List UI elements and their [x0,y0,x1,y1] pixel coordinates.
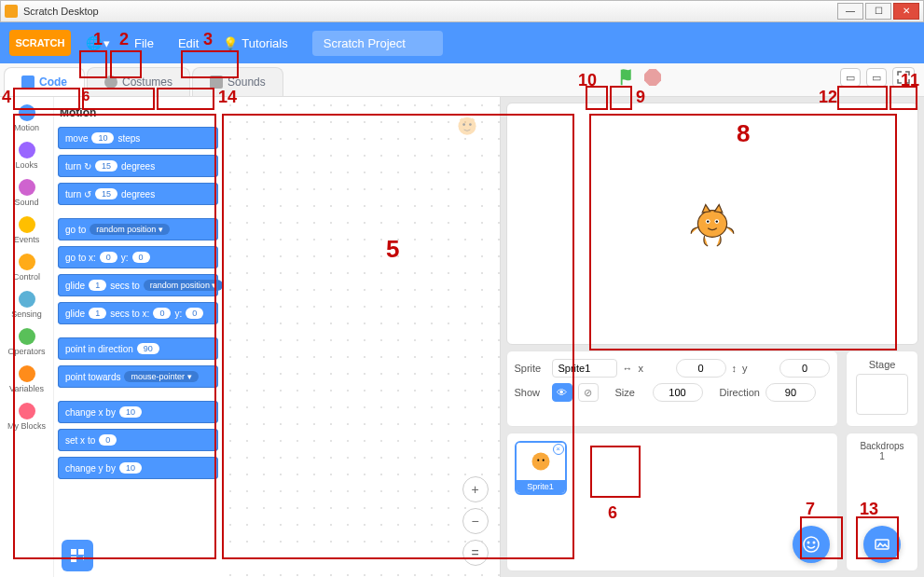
tutorials-label: Tutorials [241,36,287,50]
window-minimize-button[interactable]: — [837,3,863,20]
category-control[interactable]: Control [4,250,50,285]
globe-icon [86,36,103,50]
add-sprite-button[interactable] [793,526,830,563]
language-menu[interactable]: ▾ [76,30,119,56]
block-point-towards[interactable]: point towardsmouse-pointer ▾ [58,365,218,388]
tab-sounds[interactable]: Sounds [192,67,283,96]
block-set-x[interactable]: set x to0 [58,429,218,451]
block-move-steps[interactable]: move10steps [58,127,218,149]
stage-small-button[interactable]: ▭ [840,68,861,87]
block-goto-random[interactable]: go torandom position ▾ [58,218,218,240]
sprite-on-stage[interactable] [684,196,740,252]
svg-point-5 [462,123,465,126]
sprite-direction-input[interactable] [765,383,816,402]
show-hidden-button[interactable]: ⊘ [578,383,599,402]
category-myblocks[interactable]: My Blocks [4,399,50,434]
category-label: My Blocks [7,421,46,431]
stage-large-button[interactable]: ▭ [866,68,887,87]
svg-text:+: + [81,554,86,563]
category-label: Variables [9,384,44,393]
tabs-row: Code Costumes Sounds ▭ ▭ [0,63,924,97]
scratch-logo[interactable]: SCRATCH [9,30,71,56]
category-label: Events [14,235,40,244]
add-extension-button[interactable]: + [62,540,93,571]
svg-point-12 [531,452,549,470]
sprite-show-label: Show [515,387,546,398]
tab-code[interactable]: Code [4,67,85,96]
window-maximize-button[interactable]: ☐ [865,3,891,20]
tab-costumes[interactable]: Costumes [87,67,190,96]
sprite-direction-label: Direction [720,387,760,398]
sprite-watermark-icon [451,112,483,144]
sprite-name-input[interactable] [552,359,617,378]
blocks-category-title: Motion [60,106,218,119]
sprite-size-input[interactable] [653,383,703,402]
svg-rect-0 [71,549,76,555]
window-title: Scratch Desktop [23,6,99,17]
svg-point-13 [537,460,539,461]
stage[interactable] [506,103,919,345]
fullscreen-button[interactable] [892,67,915,88]
project-title-input[interactable] [312,31,443,56]
stop-button[interactable] [644,69,661,86]
svg-point-16 [807,542,810,544]
category-label: Motion [14,123,39,132]
left-column: Motion Looks Sound Events Control Sensin… [0,97,501,577]
scripts-workspace[interactable]: + − = [222,97,500,577]
add-backdrop-button[interactable] [863,526,901,563]
delete-sprite-icon[interactable]: × [553,444,564,455]
sprite-list: × Sprite1 [506,433,839,571]
sound-icon [210,76,223,89]
svg-point-10 [707,220,709,222]
block-turn-ccw[interactable]: turn ↺15degrees [58,183,218,205]
main-area: Motion Looks Sound Events Control Sensin… [0,97,924,577]
green-flag-button[interactable] [618,67,639,88]
window-close-button[interactable]: ✕ [893,3,919,20]
backdrop-panel: Backdrops 1 [846,433,918,571]
category-variables[interactable]: Variables [4,362,50,397]
edit-menu[interactable]: Edit [169,31,208,56]
category-operators[interactable]: Operators [4,324,50,360]
block-glide-random[interactable]: glide1secs torandom position ▾ [58,274,218,296]
show-visible-button[interactable]: 👁 [552,383,572,402]
block-change-y[interactable]: change y by10 [58,457,218,479]
sprite-y-input[interactable] [779,359,830,378]
svg-point-14 [542,460,544,461]
zoom-reset-button[interactable]: = [462,540,489,566]
zoom-out-button[interactable]: − [462,508,489,534]
category-sound[interactable]: Sound [4,175,50,211]
category-label: Operators [7,347,45,356]
category-label: Sensing [11,309,42,319]
block-glide-xy[interactable]: glide1secs to x:0y:0 [58,302,218,324]
category-motion[interactable]: Motion [4,101,50,136]
sprite-x-label: x [639,363,670,374]
app-icon [5,5,18,18]
tutorials-button[interactable]: Tutorials [214,31,297,56]
category-label: Sound [14,198,38,207]
sprite-size-label: Size [615,387,647,398]
backdrops-count: 1 [854,451,910,461]
category-events[interactable]: Events [4,213,50,248]
svg-point-15 [804,537,819,552]
code-icon [21,76,34,89]
block-category-list: Motion Looks Sound Events Control Sensin… [0,97,54,577]
svg-point-17 [813,542,816,544]
blocks-palette: Motion move10steps turn ↻15degrees turn … [54,97,222,577]
category-label: Control [13,272,40,282]
category-sensing[interactable]: Sensing [4,287,50,323]
window-titlebar: Scratch Desktop — ☐ ✕ [0,0,924,22]
block-change-x[interactable]: change x by10 [58,401,218,423]
category-looks[interactable]: Looks [4,138,50,173]
stage-thumbnail[interactable] [856,374,908,415]
zoom-in-button[interactable]: + [462,476,489,502]
block-goto-xy[interactable]: go to x:0y:0 [58,246,218,268]
tab-sounds-label: Sounds [228,76,266,89]
right-column: Sprite ↔ x ↕ y Show 👁 ⊘ Size Direction [501,97,925,577]
svg-point-7 [697,211,726,238]
block-turn-cw[interactable]: turn ↻15degrees [58,155,218,177]
bulb-icon [223,36,241,50]
sprite-tile[interactable]: × Sprite1 [515,441,567,495]
block-point-direction[interactable]: point in direction90 [58,337,218,360]
sprite-x-input[interactable] [676,359,726,378]
file-menu[interactable]: File [125,31,163,56]
